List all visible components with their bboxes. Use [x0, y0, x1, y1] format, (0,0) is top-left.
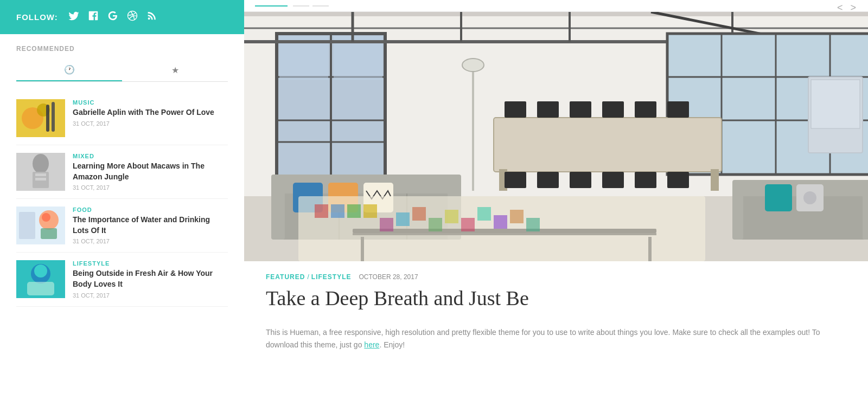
- tab-recent[interactable]: 🕐: [16, 60, 122, 81]
- svg-point-13: [42, 213, 50, 222]
- meta-date: OCTOBER 28, 2017: [359, 273, 418, 281]
- svg-rect-56: [537, 172, 559, 188]
- nav-arrows: < >: [836, 2, 857, 14]
- article-body-end: . Enjoy!: [379, 340, 405, 349]
- top-bar-dot: [293, 5, 309, 7]
- svg-rect-14: [41, 228, 57, 239]
- svg-rect-60: [667, 172, 689, 188]
- svg-rect-94: [510, 210, 524, 223]
- article-meta-categories: FEATURED / LIFESTYLE OCTOBER 28, 2017: [266, 273, 846, 281]
- top-bar: [244, 0, 868, 12]
- follow-label: FOLLOW:: [16, 12, 58, 22]
- svg-rect-72: [732, 180, 743, 240]
- article-body-link[interactable]: here: [364, 340, 379, 349]
- article-list: MUSIC Gabrielle Aplin with The Power Of …: [16, 92, 228, 307]
- svg-rect-90: [445, 210, 458, 223]
- svg-rect-53: [635, 101, 656, 118]
- svg-rect-9: [35, 178, 46, 180]
- svg-rect-83: [331, 204, 344, 218]
- list-item[interactable]: MIXED Learning More About Macaws in The …: [16, 145, 228, 199]
- svg-rect-95: [526, 218, 540, 231]
- list-item[interactable]: FOOD The Importance of Water and Drinkin…: [16, 199, 228, 253]
- top-bar-line: [255, 5, 288, 7]
- meta-separator: /: [307, 273, 309, 281]
- svg-rect-85: [363, 204, 377, 218]
- article-info: MIXED Learning More About Macaws in The …: [73, 153, 228, 191]
- svg-rect-55: [505, 172, 526, 188]
- svg-rect-50: [537, 101, 559, 118]
- article-date: 31 OCT, 2017: [73, 292, 228, 299]
- article-body: This is Hueman, a free responsive, high …: [244, 326, 868, 352]
- article-info: LIFESTYLE Being Outside in Fresh Air & H…: [73, 260, 228, 298]
- list-item[interactable]: MUSIC Gabrielle Aplin with The Power Of …: [16, 92, 228, 145]
- meta-category-lifestyle[interactable]: LIFESTYLE: [311, 273, 352, 281]
- svg-point-99: [462, 59, 484, 72]
- list-item[interactable]: LIFESTYLE Being Outside in Fresh Air & H…: [16, 253, 228, 306]
- article-thumbnail: [16, 260, 65, 298]
- article-main-title: Take a Deep Breath and Just Be: [266, 286, 846, 311]
- article-title: Gabrielle Aplin with The Power Of Love: [73, 107, 228, 118]
- svg-rect-82: [315, 204, 328, 218]
- article-date: 31 OCT, 2017: [73, 120, 228, 127]
- svg-rect-58: [602, 172, 624, 188]
- dribbble-icon[interactable]: [126, 10, 138, 24]
- nav-next-button[interactable]: >: [849, 2, 857, 14]
- article-info: FOOD The Importance of Water and Drinkin…: [73, 206, 228, 244]
- rss-icon[interactable]: [146, 10, 158, 24]
- svg-rect-8: [35, 173, 46, 176]
- svg-rect-17: [27, 282, 54, 295]
- svg-rect-63: [271, 175, 285, 240]
- svg-rect-87: [396, 212, 410, 226]
- article-title: The Importance of Water and Drinking Lot…: [73, 215, 228, 236]
- article-thumbnail: [16, 99, 65, 137]
- svg-rect-48: [711, 169, 719, 191]
- article-category: LIFESTYLE: [73, 260, 228, 267]
- sidebar-content: RECOMMENDED 🕐 ★: [0, 34, 244, 413]
- svg-rect-3: [46, 105, 49, 132]
- facebook-icon[interactable]: [87, 10, 99, 24]
- recommended-label: RECOMMENDED: [16, 45, 228, 53]
- article-category: MUSIC: [73, 99, 228, 106]
- article-date: 31 OCT, 2017: [73, 238, 228, 244]
- svg-rect-97: [811, 80, 860, 128]
- article-info: MUSIC Gabrielle Aplin with The Power Of …: [73, 99, 228, 127]
- svg-rect-86: [380, 218, 393, 231]
- nav-prev-button[interactable]: <: [836, 2, 844, 14]
- star-icon: ★: [171, 66, 179, 75]
- svg-rect-88: [412, 207, 426, 221]
- svg-point-6: [33, 154, 49, 173]
- svg-rect-91: [461, 218, 475, 231]
- svg-rect-51: [570, 101, 591, 118]
- article-thumbnail: [16, 153, 65, 191]
- svg-rect-98: [472, 66, 474, 191]
- svg-rect-30: [244, 12, 868, 16]
- svg-rect-74: [765, 184, 792, 211]
- svg-point-18: [34, 264, 47, 278]
- svg-rect-52: [602, 101, 624, 118]
- article-thumbnail: [16, 206, 65, 244]
- tab-starred[interactable]: ★: [122, 61, 228, 81]
- tabs-row: 🕐 ★: [16, 60, 228, 82]
- main-content: < >: [244, 0, 868, 413]
- svg-rect-59: [635, 172, 656, 188]
- svg-rect-11: [19, 212, 35, 239]
- meta-category-featured[interactable]: FEATURED: [266, 273, 305, 281]
- svg-rect-73: [863, 180, 868, 240]
- svg-rect-84: [347, 204, 361, 218]
- clock-icon: 🕐: [64, 65, 75, 74]
- hero-image: [244, 12, 868, 261]
- article-body-text: This is Hueman, a free responsive, high …: [266, 328, 820, 350]
- svg-rect-46: [494, 118, 722, 172]
- article-category: FOOD: [73, 206, 228, 213]
- google-icon[interactable]: [107, 10, 119, 24]
- follow-bar: FOLLOW:: [0, 0, 244, 34]
- top-bar-dots: [293, 5, 329, 7]
- svg-rect-93: [494, 215, 507, 229]
- svg-rect-57: [570, 172, 591, 188]
- svg-point-76: [803, 191, 816, 204]
- article-meta: FEATURED / LIFESTYLE OCTOBER 28, 2017 Ta…: [244, 261, 868, 326]
- svg-rect-4: [52, 102, 55, 132]
- svg-rect-92: [477, 207, 491, 221]
- twitter-icon[interactable]: [68, 10, 80, 24]
- article-date: 31 OCT, 2017: [73, 184, 228, 191]
